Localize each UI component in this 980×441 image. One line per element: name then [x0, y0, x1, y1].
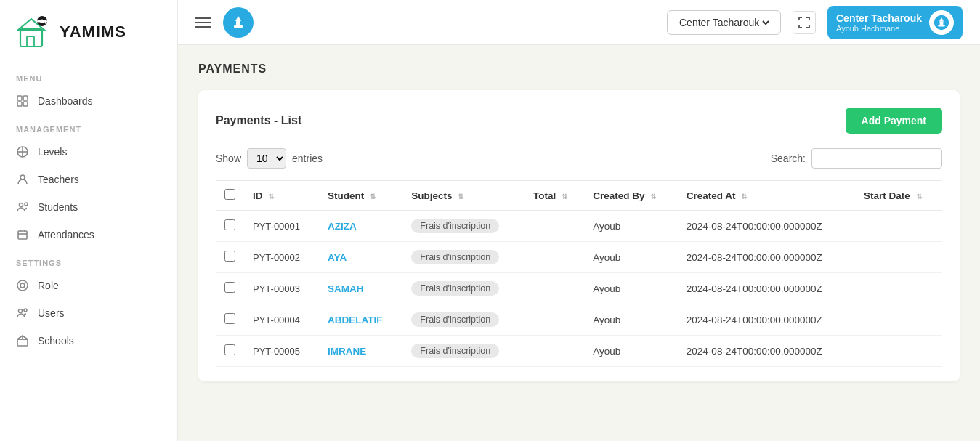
table-row: PYT-00002 AYA Frais d'inscription Ayoub … [216, 242, 942, 273]
logo-area: YAMIMS [0, 0, 177, 64]
center-select[interactable]: Center Tacharouk [676, 16, 772, 29]
row-student[interactable]: ABDELATIF [319, 304, 402, 336]
row-subject: Frais d'inscription [402, 211, 525, 242]
sidebar-item-label: Students [38, 201, 78, 213]
topbar: Center Tacharouk Center Tacharouk Ayoub … [178, 0, 980, 45]
row-total [525, 304, 584, 336]
row-subject: Frais d'inscription [402, 242, 525, 273]
select-all-checkbox[interactable] [224, 189, 235, 200]
row-id: PYT-00005 [244, 336, 319, 367]
svg-point-22 [20, 283, 25, 288]
sidebar-item-dashboards[interactable]: Dashboards [0, 87, 177, 115]
row-id: PYT-00001 [244, 211, 319, 242]
sidebar-item-users[interactable]: Users [0, 299, 177, 327]
sidebar-item-schools[interactable]: Schools [0, 327, 177, 355]
payments-card: Payments - List Add Payment Show 10 25 5… [198, 90, 960, 381]
row-start-date [855, 304, 942, 336]
svg-rect-8 [17, 96, 22, 100]
row-subject: Frais d'inscription [402, 304, 525, 336]
svg-point-24 [19, 309, 23, 313]
attendances-icon [16, 228, 29, 241]
add-payment-button[interactable]: Add Payment [846, 108, 942, 134]
sidebar-item-teachers[interactable]: Teachers [0, 166, 177, 193]
user-menu-button[interactable]: Center Tacharouk Ayoub Hachmane [827, 6, 963, 39]
col-id: ID ⇅ [244, 181, 319, 211]
row-checkbox[interactable] [224, 344, 235, 355]
user-sub: Ayoub Hachmane [836, 24, 922, 33]
row-checkbox[interactable] [224, 251, 235, 262]
page-title: PAYMENTS [198, 62, 960, 76]
row-created-by: Ayoub [584, 304, 678, 336]
svg-rect-11 [23, 102, 28, 106]
row-start-date [855, 336, 942, 367]
svg-point-7 [46, 24, 48, 26]
svg-rect-10 [17, 102, 22, 106]
settings-section-label: SETTINGS [0, 248, 177, 272]
row-id: PYT-00003 [244, 273, 319, 304]
search-input[interactable] [811, 148, 942, 169]
row-student[interactable]: AYA [319, 242, 402, 273]
center-selector[interactable]: Center Tacharouk [667, 10, 781, 35]
svg-rect-36 [938, 25, 944, 26]
page-content: PAYMENTS Payments - List Add Payment Sho… [178, 45, 980, 441]
card-header: Payments - List Add Payment [216, 108, 942, 134]
sidebar-item-label: Users [38, 307, 65, 319]
sidebar-item-label: Schools [38, 335, 74, 347]
row-start-date [855, 273, 942, 304]
svg-rect-9 [23, 96, 28, 100]
card-title: Payments - List [216, 114, 301, 127]
menu-section-label: MENU [0, 64, 177, 87]
role-icon [16, 279, 29, 292]
entries-select[interactable]: 10 25 50 [247, 148, 286, 169]
management-section-label: MANAGEMENT [0, 115, 177, 138]
sidebar-item-students[interactable]: Students [0, 193, 177, 221]
payments-table: ID ⇅ Student ⇅ Subjects ⇅ Total ⇅ Create… [216, 180, 942, 367]
svg-point-15 [20, 175, 25, 179]
row-subject: Frais d'inscription [402, 273, 525, 304]
row-id: PYT-00004 [244, 304, 319, 336]
svg-point-17 [25, 203, 28, 206]
row-checkbox[interactable] [224, 282, 235, 293]
levels-icon [16, 145, 29, 158]
fullscreen-button[interactable] [793, 11, 816, 34]
show-label: Show [216, 153, 241, 164]
row-total [525, 242, 584, 273]
sidebar-item-role[interactable]: Role [0, 272, 177, 299]
row-checkbox[interactable] [224, 219, 235, 230]
schools-icon [16, 334, 29, 347]
table-body: PYT-00001 AZIZA Frais d'inscription Ayou… [216, 211, 942, 367]
row-checkbox-cell [216, 336, 244, 367]
logo-icon [15, 13, 52, 51]
sidebar-item-attendances[interactable]: Attendances [0, 221, 177, 248]
col-start-date: Start Date ⇅ [855, 181, 942, 211]
svg-point-23 [17, 280, 28, 291]
table-row: PYT-00003 SAMAH Frais d'inscription Ayou… [216, 273, 942, 304]
table-row: PYT-00001 AZIZA Frais d'inscription Ayou… [216, 211, 942, 242]
table-row: PYT-00005 IMRANE Frais d'inscription Ayo… [216, 336, 942, 367]
row-student[interactable]: IMRANE [319, 336, 402, 367]
row-checkbox[interactable] [224, 313, 235, 324]
row-created-at: 2024-08-24T00:00:00.000000Z [678, 336, 855, 367]
row-start-date [855, 211, 942, 242]
user-info: Center Tacharouk Ayoub Hachmane [836, 12, 922, 33]
svg-point-16 [20, 203, 23, 207]
sidebar-item-label: Levels [38, 146, 67, 158]
row-student[interactable]: AZIZA [319, 211, 402, 242]
row-checkbox-cell [216, 273, 244, 304]
row-id: PYT-00002 [244, 242, 319, 273]
sidebar-item-label: Attendances [38, 229, 94, 240]
main-area: Center Tacharouk Center Tacharouk Ayoub … [178, 0, 980, 441]
svg-rect-2 [27, 36, 34, 46]
table-header-row: ID ⇅ Student ⇅ Subjects ⇅ Total ⇅ Create… [216, 181, 942, 211]
table-row: PYT-00004 ABDELATIF Frais d'inscription … [216, 304, 942, 336]
students-icon [16, 201, 29, 214]
header-checkbox-col [216, 181, 244, 211]
row-student[interactable]: SAMAH [319, 273, 402, 304]
svg-rect-26 [17, 339, 28, 346]
sidebar-item-levels[interactable]: Levels [0, 138, 177, 166]
row-total [525, 273, 584, 304]
teachers-icon [16, 173, 29, 186]
col-created-by: Created By ⇅ [584, 181, 678, 211]
hamburger-button[interactable] [195, 17, 211, 28]
table-controls: Show 10 25 50 entries Search: [216, 148, 942, 169]
